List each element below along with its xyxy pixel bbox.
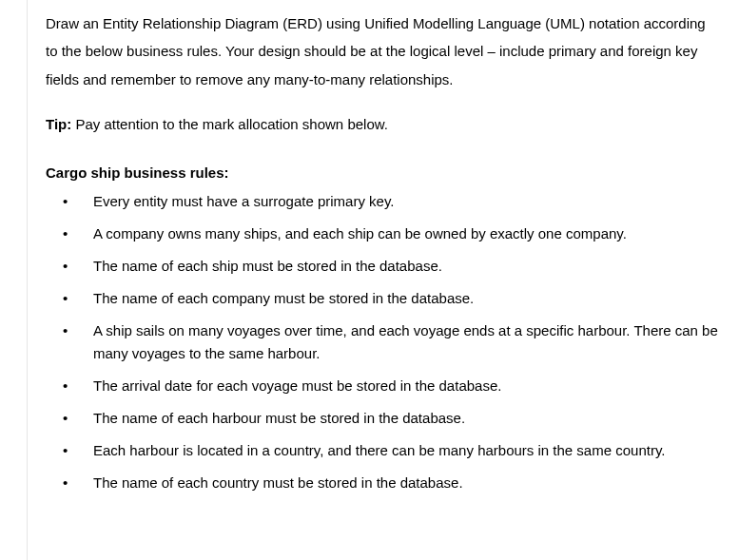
list-item: Each harbour is located in a country, an…	[63, 439, 720, 462]
tip-text: Pay attention to the mark allocation sho…	[71, 116, 388, 132]
list-item: The name of each company must be stored …	[63, 287, 720, 310]
list-item: A company owns many ships, and each ship…	[63, 222, 720, 245]
rules-list: Every entity must have a surrogate prima…	[46, 190, 720, 494]
list-item: A ship sails on many voyages over time, …	[63, 319, 720, 365]
list-item: The name of each harbour must be stored …	[63, 407, 720, 430]
list-item: Every entity must have a surrogate prima…	[63, 190, 720, 213]
list-item: The arrival date for each voyage must be…	[63, 375, 720, 397]
list-item: The name of each ship must be stored in …	[63, 255, 720, 278]
list-item: The name of each country must be stored …	[63, 472, 720, 494]
intro-paragraph: Draw an Entity Relationship Diagram (ERD…	[46, 10, 720, 93]
tip-line: Tip: Pay attention to the mark allocatio…	[46, 110, 720, 138]
intro-block: Draw an Entity Relationship Diagram (ERD…	[46, 10, 720, 93]
page-left-margin-line	[27, 0, 28, 560]
section-heading: Cargo ship business rules:	[46, 159, 720, 186]
tip-label: Tip:	[46, 116, 71, 132]
